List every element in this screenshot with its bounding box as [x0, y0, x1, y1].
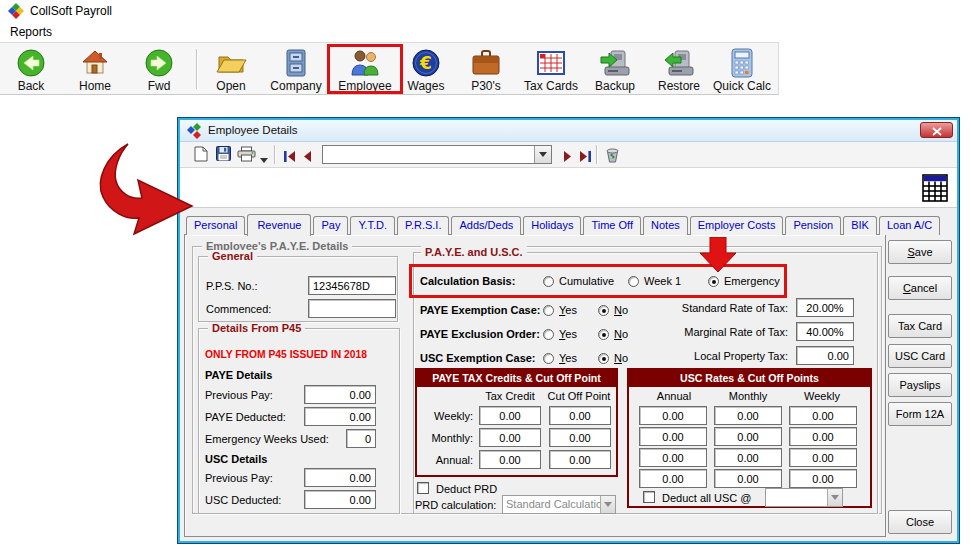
radio-paye-exclusion-no[interactable]: [598, 329, 609, 340]
paye-deducted-input[interactable]: [304, 407, 376, 426]
tab-prsi[interactable]: P.R.S.I.: [397, 216, 449, 235]
next-record-icon[interactable]: [563, 149, 572, 162]
radio-paye-exemption-yes[interactable]: [543, 305, 554, 316]
dialog-titlebar: Employee Details: [180, 120, 957, 142]
usc-row3-weekly-input[interactable]: [789, 448, 857, 467]
commenced-input[interactable]: [308, 299, 396, 318]
new-record-icon[interactable]: [194, 146, 208, 162]
radio-week1[interactable]: [628, 276, 639, 287]
tab-pension[interactable]: Pension: [785, 216, 841, 235]
radio-emergency-label: Emergency: [724, 275, 780, 287]
tab-loan-ac[interactable]: Loan A/C: [879, 216, 940, 235]
radio-cumulative[interactable]: [543, 276, 554, 287]
usc-deducted-input[interactable]: [304, 490, 376, 509]
usc-row1-weekly-input[interactable]: [789, 406, 857, 425]
first-record-icon[interactable]: [283, 149, 296, 162]
form-12a-button[interactable]: Form 12A: [888, 402, 952, 426]
toolbar-button-fwd[interactable]: Fwd: [132, 47, 186, 93]
paye-annual-tax-credit-input[interactable]: [479, 450, 541, 469]
save-record-icon[interactable]: [216, 146, 231, 161]
delete-record-trash-icon[interactable]: [604, 146, 621, 163]
tab-pay[interactable]: Pay: [313, 216, 348, 235]
radio-emergency[interactable]: [708, 276, 719, 287]
toolbar-button-employee[interactable]: Employee: [330, 47, 400, 93]
deduct-prd-checkbox[interactable]: [417, 482, 429, 494]
toolbar-button-tax-cards[interactable]: Tax Cards: [516, 47, 586, 93]
last-record-icon[interactable]: [579, 149, 592, 162]
close-button[interactable]: [920, 122, 953, 138]
paye-weekly-tax-credit-input[interactable]: [479, 406, 541, 425]
toolbar-button-p30s[interactable]: P30's: [458, 47, 514, 93]
paye-weekly-cutoff-input[interactable]: [549, 406, 611, 425]
local-property-tax-input[interactable]: [796, 346, 854, 365]
deduct-prd-label: Deduct PRD: [436, 483, 497, 495]
close-dialog-button[interactable]: Close: [888, 510, 952, 534]
usc-row4-monthly-input[interactable]: [714, 469, 782, 488]
tab-employer-costs[interactable]: Employer Costs: [690, 216, 784, 235]
usc-previous-pay-input[interactable]: [304, 468, 376, 487]
usc-row2-monthly-input[interactable]: [714, 427, 782, 446]
save-button[interactable]: Save: [888, 240, 952, 264]
usc-card-button[interactable]: USC Card: [888, 344, 952, 368]
deduct-all-usc-label: Deduct all USC @: [662, 492, 751, 504]
marginal-rate-input[interactable]: [796, 322, 854, 341]
column-header-weekly: Weekly: [787, 390, 857, 402]
tab-bik[interactable]: BIK: [843, 216, 877, 235]
deduct-all-usc-dropdown[interactable]: [765, 488, 843, 507]
main-titlebar: CollSoft Payroll: [0, 0, 971, 22]
record-selector-input[interactable]: [324, 147, 533, 162]
usc-row4-weekly-input[interactable]: [789, 469, 857, 488]
menubar: Reports: [0, 22, 971, 42]
previous-record-icon[interactable]: [303, 149, 312, 162]
usc-row3-monthly-input[interactable]: [714, 448, 782, 467]
tab-ytd[interactable]: Y.T.D.: [350, 216, 395, 235]
radio-paye-exclusion-yes[interactable]: [543, 329, 554, 340]
tab-notes[interactable]: Notes: [643, 216, 688, 235]
usc-rates-table-title: USC Rates & Cut Off Points: [629, 370, 870, 387]
paye-monthly-cutoff-input[interactable]: [549, 428, 611, 447]
toolbar-button-open[interactable]: Open: [204, 47, 258, 93]
usc-row1-annual-input[interactable]: [639, 406, 707, 425]
cancel-button[interactable]: Cancel: [888, 276, 952, 300]
prd-calculation-value: Standard Calculation: [506, 498, 608, 510]
tab-personal[interactable]: Personal: [186, 216, 245, 235]
briefcase-icon: [458, 47, 514, 79]
radio-usc-exemption-no[interactable]: [598, 353, 609, 364]
toolbar-button-quick-calc[interactable]: Quick Calc: [706, 47, 778, 93]
menu-reports[interactable]: Reports: [10, 25, 52, 39]
payslips-button[interactable]: Payslips: [888, 373, 952, 397]
record-selector-dropdown-button[interactable]: [534, 146, 551, 163]
paye-annual-cutoff-input[interactable]: [549, 450, 611, 469]
record-selector-combo[interactable]: [322, 145, 552, 164]
toolbar-button-home[interactable]: Home: [64, 47, 126, 93]
emergency-weeks-label: Emergency Weeks Used:: [205, 433, 329, 445]
pps-input[interactable]: [308, 276, 396, 295]
usc-row2-annual-input[interactable]: [639, 427, 707, 446]
tab-holidays[interactable]: Holidays: [523, 216, 581, 235]
emergency-weeks-input[interactable]: [346, 429, 376, 448]
tax-table-icon[interactable]: [922, 172, 948, 203]
usc-row1-monthly-input[interactable]: [714, 406, 782, 425]
toolbar-button-company[interactable]: Company: [264, 47, 328, 93]
toolbar-button-restore[interactable]: Restore: [650, 47, 708, 93]
employee-people-icon: [330, 47, 400, 79]
tab-revenue[interactable]: Revenue: [247, 214, 311, 236]
paye-monthly-tax-credit-input[interactable]: [479, 428, 541, 447]
tab-time-off[interactable]: Time Off: [583, 216, 641, 235]
tab-adds-deds[interactable]: Adds/Deds: [451, 216, 521, 235]
usc-row4-annual-input[interactable]: [639, 469, 707, 488]
print-icon[interactable]: [237, 146, 256, 162]
toolbar-button-backup[interactable]: Backup: [586, 47, 644, 93]
radio-paye-exemption-no[interactable]: [598, 305, 609, 316]
usc-row3-annual-input[interactable]: [639, 448, 707, 467]
toolbar-button-back[interactable]: Back: [6, 47, 56, 93]
previous-pay-input[interactable]: [304, 385, 376, 404]
usc-row2-weekly-input[interactable]: [789, 427, 857, 446]
deduct-all-usc-checkbox[interactable]: [643, 491, 655, 503]
tax-card-button[interactable]: Tax Card: [888, 314, 952, 338]
radio-usc-exemption-yes[interactable]: [543, 353, 554, 364]
standard-rate-input[interactable]: [796, 298, 854, 317]
print-dropdown-icon[interactable]: [260, 153, 268, 165]
toolbar-button-wages[interactable]: € Wages: [402, 47, 450, 93]
prd-calculation-dropdown[interactable]: Standard Calculation: [502, 495, 616, 514]
